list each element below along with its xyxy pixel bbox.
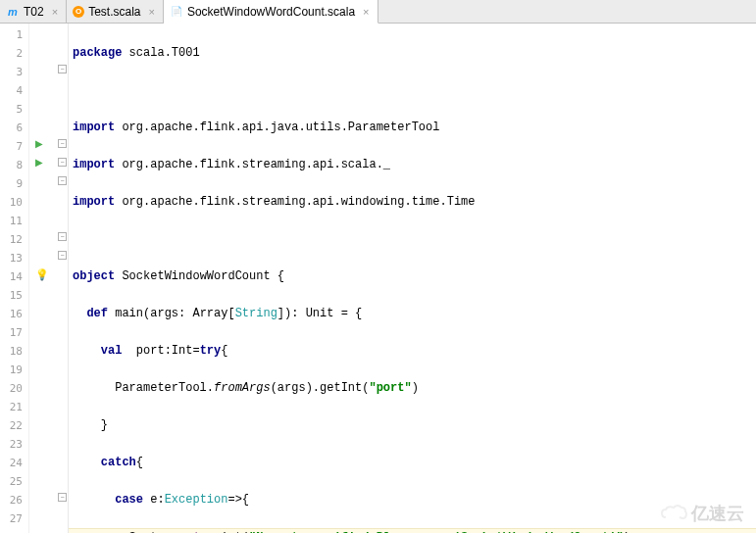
line-number[interactable]: 26	[0, 491, 23, 509]
line-number[interactable]: 18	[0, 342, 23, 361]
module-icon: m	[6, 5, 20, 19]
line-number[interactable]: 25	[0, 472, 23, 491]
line-number[interactable]: 3	[0, 63, 23, 81]
line-number[interactable]: 27	[0, 509, 23, 528]
line-number[interactable]: 4	[0, 81, 23, 100]
tab-label: T02	[24, 5, 44, 19]
line-number[interactable]: 17	[0, 323, 23, 342]
line-number[interactable]: 22	[0, 416, 23, 435]
run-gutter: ▶ ▶ 💡	[29, 24, 57, 533]
line-number[interactable]: 15	[0, 286, 23, 305]
line-number[interactable]: 12	[0, 230, 23, 249]
line-number[interactable]: 24	[0, 454, 23, 472]
fold-icon[interactable]: −	[58, 65, 67, 73]
close-icon[interactable]: ×	[52, 6, 58, 18]
line-number[interactable]: 11	[0, 212, 23, 230]
line-number[interactable]: 1	[0, 25, 23, 44]
line-number[interactable]: 16	[0, 305, 23, 323]
line-number[interactable]: 14	[0, 267, 23, 286]
tab-socketwindowwordcount[interactable]: 📄 SocketWindowWordCount.scala ×	[164, 0, 378, 24]
line-number[interactable]: 7	[0, 137, 23, 156]
tab-t02[interactable]: m T02 ×	[0, 0, 67, 23]
object-icon: O	[73, 6, 84, 18]
tab-label: Test.scala	[88, 5, 140, 19]
code-area[interactable]: package scala.T001 import org.apache.fli…	[69, 24, 756, 533]
fold-icon[interactable]: −	[58, 176, 67, 185]
line-number[interactable]: 6	[0, 119, 23, 137]
close-icon[interactable]: ×	[148, 6, 154, 18]
line-number[interactable]: 2	[0, 44, 23, 63]
line-number[interactable]: 13	[0, 249, 23, 267]
line-number[interactable]: 10	[0, 193, 23, 212]
line-number[interactable]: 19	[0, 361, 23, 379]
line-number-gutter: 1 2 3 4 5 6 7 8 9 10 11 12 13 14 15 16 1…	[0, 24, 29, 533]
line-number[interactable]: 8	[0, 156, 23, 174]
fold-icon[interactable]: −	[58, 158, 67, 167]
lightbulb-icon[interactable]: 💡	[35, 268, 49, 281]
editor-tabs: m T02 × O Test.scala × 📄 SocketWindowWor…	[0, 0, 756, 24]
fold-icon[interactable]: −	[58, 493, 67, 502]
fold-icon[interactable]: −	[58, 139, 67, 148]
close-icon[interactable]: ×	[363, 6, 369, 18]
tab-test[interactable]: O Test.scala ×	[67, 0, 164, 23]
line-number[interactable]: 23	[0, 435, 23, 454]
run-icon[interactable]: ▶	[35, 138, 43, 149]
editor-area: 1 2 3 4 5 6 7 8 9 10 11 12 13 14 15 16 1…	[0, 24, 756, 533]
fold-icon[interactable]: −	[58, 232, 67, 241]
fold-gutter: − − − − − − −	[57, 24, 69, 533]
line-number[interactable]: 5	[0, 100, 23, 119]
run-icon[interactable]: ▶	[35, 157, 43, 168]
line-number[interactable]: 20	[0, 379, 23, 398]
fold-icon[interactable]: −	[58, 251, 67, 260]
line-number[interactable]: 21	[0, 398, 23, 416]
scala-icon: 📄	[170, 5, 183, 19]
line-number[interactable]: 9	[0, 174, 23, 193]
tab-label: SocketWindowWordCount.scala	[187, 5, 355, 19]
